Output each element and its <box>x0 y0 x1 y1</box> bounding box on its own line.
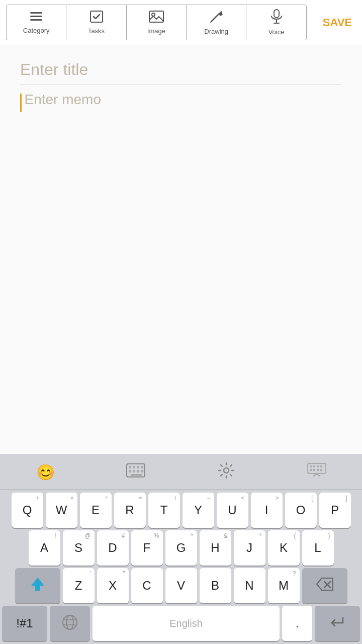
note-area: Enter memo <box>0 45 362 454</box>
image-label: Image <box>147 27 165 35</box>
key-z[interactable]: 'Z <box>63 568 95 603</box>
svg-rect-26 <box>317 465 319 467</box>
keyboard-rows: +Q ×W ÷E =R /T −Y <U >I [O ]P !A @S #D %… <box>0 490 362 644</box>
drawing-icon <box>209 10 223 26</box>
svg-rect-2 <box>30 19 42 21</box>
svg-rect-3 <box>90 11 103 22</box>
key-g[interactable]: ^G <box>165 530 197 566</box>
memo-area[interactable]: Enter memo <box>20 92 342 444</box>
keyboard-icon <box>126 463 145 481</box>
svg-rect-27 <box>320 465 322 467</box>
toolbar-item-image[interactable]: Image <box>127 5 187 40</box>
key-o[interactable]: [O <box>285 493 317 528</box>
svg-point-35 <box>63 615 77 629</box>
keyboard-switch-button[interactable] <box>116 459 156 485</box>
key-p[interactable]: ]P <box>319 493 351 528</box>
category-icon <box>29 11 43 25</box>
svg-marker-7 <box>219 12 222 16</box>
key-h[interactable]: &H <box>200 530 231 566</box>
key-m[interactable]: ?M <box>268 568 300 603</box>
tasks-label: Tasks <box>88 27 105 35</box>
svg-rect-13 <box>129 466 131 468</box>
enter-key[interactable] <box>315 606 360 641</box>
key-d[interactable]: #D <box>97 530 129 566</box>
backspace-key[interactable] <box>302 568 347 603</box>
key-r[interactable]: =R <box>114 493 146 528</box>
key-a[interactable]: !A <box>29 530 60 566</box>
symbols-key[interactable]: !#1 <box>2 606 47 641</box>
key-u[interactable]: <U <box>217 493 248 528</box>
space-label: English <box>169 618 203 628</box>
svg-rect-1 <box>30 16 42 17</box>
svg-rect-20 <box>141 470 143 472</box>
svg-point-22 <box>224 468 229 473</box>
key-l[interactable]: )L <box>302 530 334 566</box>
save-button[interactable]: SAVE <box>313 16 362 29</box>
text-cursor <box>20 94 22 112</box>
key-s[interactable]: @S <box>63 530 95 566</box>
space-key[interactable]: English <box>93 606 280 641</box>
key-row-3: 'Z "X C V B N ?M <box>2 568 360 603</box>
svg-rect-14 <box>133 466 135 468</box>
key-t[interactable]: /T <box>148 493 180 528</box>
svg-rect-18 <box>133 470 135 472</box>
svg-line-8 <box>211 20 213 22</box>
toolbar-item-tasks[interactable]: Tasks <box>66 5 126 40</box>
hide-keyboard-button[interactable] <box>297 459 337 485</box>
key-e[interactable]: ÷E <box>80 493 112 528</box>
key-c[interactable]: C <box>131 568 163 603</box>
svg-rect-9 <box>274 10 279 18</box>
memo-placeholder: Enter memo <box>25 92 102 108</box>
svg-rect-25 <box>313 465 315 467</box>
key-n[interactable]: N <box>234 568 265 603</box>
sym-label: !#1 <box>16 617 33 629</box>
category-label: Category <box>23 27 50 34</box>
emoji-button[interactable]: 😊 <box>25 459 65 485</box>
globe-key[interactable] <box>50 606 90 641</box>
key-w[interactable]: ×W <box>46 493 77 528</box>
key-f[interactable]: %F <box>131 530 163 566</box>
svg-rect-28 <box>310 469 312 471</box>
key-q[interactable]: +Q <box>12 493 43 528</box>
svg-rect-0 <box>30 12 42 14</box>
key-x[interactable]: "X <box>97 568 129 603</box>
backspace-icon <box>316 577 334 595</box>
toolbar-items: Category Tasks Image <box>6 5 307 40</box>
shift-key[interactable] <box>15 568 60 603</box>
key-v[interactable]: V <box>165 568 197 603</box>
key-y[interactable]: −Y <box>183 493 214 528</box>
svg-rect-17 <box>129 470 131 472</box>
svg-rect-24 <box>310 465 312 467</box>
emoji-icon: 😊 <box>36 463 55 481</box>
toolbar: Category Tasks Image <box>0 0 362 45</box>
svg-marker-32 <box>31 578 44 591</box>
drawing-label: Drawing <box>204 28 228 35</box>
svg-point-36 <box>66 615 73 629</box>
shift-icon <box>29 576 46 596</box>
key-b[interactable]: B <box>200 568 231 603</box>
settings-icon <box>218 462 235 482</box>
enter-icon <box>329 615 346 632</box>
hide-keyboard-icon <box>307 463 326 481</box>
svg-rect-31 <box>320 469 322 471</box>
keyboard-settings-button[interactable] <box>206 459 246 485</box>
svg-rect-21 <box>131 474 142 476</box>
key-row-bottom: !#1 English . <box>2 606 360 641</box>
toolbar-item-drawing[interactable]: Drawing <box>187 5 246 40</box>
key-j[interactable]: *J <box>234 530 265 566</box>
image-icon <box>149 10 164 25</box>
voice-icon <box>270 9 283 26</box>
keyboard: 😊 <box>0 454 362 644</box>
key-row-2: !A @S #D %F ^G &H *J (K )L <box>2 530 360 566</box>
key-i[interactable]: >I <box>251 493 283 528</box>
key-row-1: +Q ×W ÷E =R /T −Y <U >I [O ]P <box>2 493 360 528</box>
toolbar-item-voice[interactable]: Voice <box>246 5 306 40</box>
toolbar-item-category[interactable]: Category <box>7 5 66 40</box>
svg-rect-29 <box>313 469 315 471</box>
title-input[interactable] <box>20 55 342 85</box>
voice-label: Voice <box>268 28 285 36</box>
period-key[interactable]: . <box>282 606 312 641</box>
key-k[interactable]: (K <box>268 530 300 566</box>
svg-rect-23 <box>308 463 326 473</box>
svg-rect-4 <box>149 11 163 22</box>
